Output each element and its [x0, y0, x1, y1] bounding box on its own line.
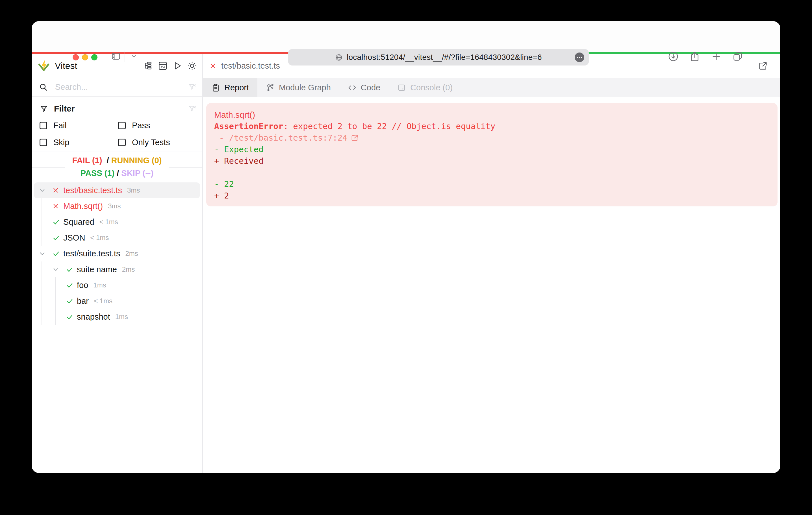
report-line: + Received — [214, 155, 769, 167]
filter-option-fail[interactable]: Fail — [39, 121, 118, 130]
theme-toggle-icon[interactable] — [187, 61, 197, 71]
report-line — [214, 167, 769, 178]
test-duration: < 1ms — [99, 218, 118, 226]
zoom-window-button[interactable] — [91, 54, 97, 60]
tab-module-graph[interactable]: Module Graph — [257, 78, 339, 97]
tree-row[interactable]: test/basic.test.ts3ms — [34, 182, 200, 198]
search-bar — [32, 78, 202, 96]
indent-guide — [55, 277, 56, 293]
tab-report[interactable]: Report — [203, 78, 257, 97]
browser-toolbar: localhost:51204/__vitest__/#/?file=16484… — [32, 21, 780, 52]
test-label: suite name — [77, 265, 117, 274]
pass-checkbox[interactable] — [118, 122, 126, 129]
fail-checkbox[interactable] — [39, 122, 47, 129]
chevron-down-icon[interactable] — [38, 250, 46, 258]
dashboard-icon[interactable] — [157, 61, 168, 71]
chevron-down-icon[interactable] — [38, 187, 46, 194]
window-controls — [72, 54, 97, 60]
report-line: - /test/basic.test.ts:7:24 — [214, 132, 769, 144]
report-text: + 2 — [214, 190, 229, 202]
test-duration: 2ms — [125, 250, 138, 258]
report-text: AssertionError: — [214, 121, 293, 132]
indent-guide — [41, 262, 42, 277]
clear-filter-icon[interactable] — [188, 104, 197, 113]
search-input[interactable] — [55, 83, 180, 92]
filter-section: Filter Fail Pass — [32, 96, 202, 152]
external-link-icon[interactable] — [351, 134, 359, 142]
download-icon[interactable] — [667, 51, 679, 62]
test-duration: 1ms — [93, 281, 106, 289]
run-all-icon[interactable] — [172, 61, 182, 71]
pass-icon — [65, 265, 74, 274]
tab-code[interactable]: Code — [339, 78, 389, 97]
filter-option-pass[interactable]: Pass — [118, 121, 197, 130]
ellipsis-icon[interactable] — [575, 53, 584, 62]
close-window-button[interactable] — [72, 54, 79, 60]
fail-count: FAIL (1) — [72, 156, 102, 165]
tree-row[interactable]: test/suite.test.ts2ms — [34, 246, 200, 262]
fail-label: Fail — [53, 121, 67, 130]
view-tabs: Report Module Graph — [203, 78, 780, 97]
report-text: - Expected — [214, 144, 264, 155]
tab-overview-icon[interactable] — [732, 51, 744, 62]
tree-row[interactable]: snapshot1ms — [34, 309, 200, 325]
test-duration: 1ms — [115, 313, 128, 321]
fail-icon — [52, 187, 59, 194]
indent-guide — [55, 293, 56, 309]
report-line: - Expected — [214, 144, 769, 155]
tree-row[interactable]: foo1ms — [34, 277, 200, 293]
address-bar[interactable]: localhost:51204/__vitest__/#/?file=16484… — [288, 49, 589, 65]
tree-row[interactable]: suite name2ms — [34, 262, 200, 277]
pass-icon — [52, 234, 60, 242]
url-text: localhost:51204/__vitest__/#/?file=16484… — [347, 53, 542, 62]
sidebar-toggle-icon[interactable] — [111, 51, 121, 62]
report-text: - /test/basic.test.ts:7:24 — [214, 132, 347, 144]
open-in-editor-icon[interactable] — [758, 61, 768, 71]
test-tree: test/basic.test.ts3msMath.sqrt()3msSquar… — [32, 182, 202, 473]
indent-guide — [41, 214, 42, 230]
app-title: Vitest — [55, 61, 77, 71]
fail-icon — [52, 203, 59, 210]
only-tests-checkbox[interactable] — [118, 139, 126, 146]
report-text: expected 2 to be 22 // Object.is equalit… — [293, 121, 495, 132]
filter-option-only-tests[interactable]: Only Tests — [118, 138, 197, 147]
tree-row[interactable]: JSON< 1ms — [34, 230, 200, 246]
tab-console: Console (0) — [389, 78, 461, 97]
globe-icon — [335, 54, 343, 61]
tree-row[interactable]: Math.sqrt()3ms — [34, 198, 200, 214]
report-text: Math.sqrt() — [214, 109, 255, 121]
share-icon[interactable] — [689, 51, 701, 62]
pass-icon — [52, 218, 60, 226]
indent-guide — [41, 293, 42, 309]
tree-view-icon[interactable] — [143, 61, 153, 71]
pass-icon — [52, 250, 60, 258]
chevron-down-icon[interactable] — [52, 266, 60, 273]
report-text: - 22 — [214, 178, 234, 190]
file-header-title: test/basic.test.ts — [221, 61, 280, 70]
report-line: - 22 — [214, 178, 769, 190]
test-label: Squared — [63, 217, 94, 227]
tree-row[interactable]: bar< 1ms — [34, 293, 200, 309]
test-duration: < 1ms — [90, 234, 109, 242]
skip-count: SKIP (--) — [121, 169, 153, 178]
pass-icon — [65, 297, 74, 305]
report-text: + Received — [214, 155, 264, 167]
filter-option-skip[interactable]: Skip — [39, 138, 118, 147]
error-report: Math.sqrt()AssertionError: expected 2 to… — [206, 103, 778, 206]
tree-row[interactable]: Squared< 1ms — [34, 214, 200, 230]
indent-guide — [55, 309, 56, 325]
test-label: test/basic.test.ts — [63, 186, 122, 195]
pass-icon — [65, 313, 74, 321]
clear-search-filter-icon[interactable] — [188, 83, 197, 91]
minimize-window-button[interactable] — [82, 54, 88, 60]
report-line: Math.sqrt() — [214, 109, 769, 121]
console-icon — [397, 83, 406, 92]
skip-checkbox[interactable] — [39, 139, 47, 146]
chevron-down-icon[interactable] — [128, 51, 139, 62]
test-summary: FAIL (1) / RUNNING (0) PASS (1) / SKIP (… — [32, 152, 202, 182]
code-icon — [348, 83, 356, 92]
browser-window: localhost:51204/__vitest__/#/?file=16484… — [32, 21, 780, 473]
main-panel: test/basic.test.ts — [203, 54, 780, 473]
new-tab-icon[interactable] — [710, 51, 722, 62]
filter-title: Filter — [54, 104, 182, 114]
